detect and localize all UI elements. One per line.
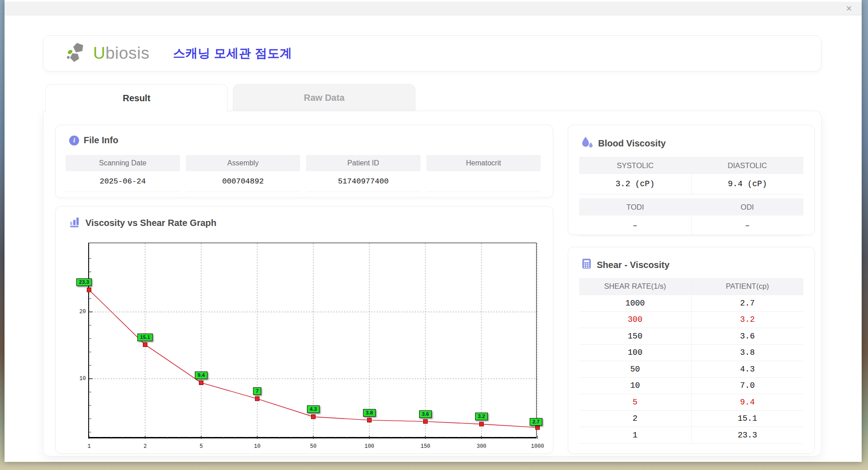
table-row: 10 7.0 [579,378,803,395]
close-button[interactable]: × [843,2,855,15]
shear-rate-cell: 5 [579,394,691,411]
table-row: 150 3.6 [579,328,803,345]
data-point-label: 3.6 [419,410,432,418]
shear-rate-column-header: SHEAR RATE(1/s) [579,278,691,295]
x-axis-tick-label: 10 [254,443,260,450]
ubiosis-leaf-icon [66,42,90,65]
file-info-fields: Scanning Date 2025-06-24 Assembly 000704… [66,155,541,192]
x-axis-tick-label: 150 [420,443,430,450]
shear-rate-cell: 50 [579,361,691,378]
shear-rate-cell: 10 [579,378,691,395]
systolic-value: 3.2 (cP) [579,174,691,194]
x-axis-tick-label: 100 [364,443,374,450]
shear-viscosity-card: Shear - Viscosity SHEAR RATE(1/s) PATIEN… [568,247,815,454]
shear-rate-cell: 2 [579,411,691,428]
shear-viscosity-table: SHEAR RATE(1/s) PATIENT(cp) 1000 2.7 300… [579,278,803,444]
odi-value: – [691,216,804,236]
x-axis-tick-label: 5 [199,443,203,450]
data-point-label: 4.3 [307,405,320,413]
plot-area: 23.315.19.474.33.83.63.22.71251050100150… [88,243,537,438]
table-row: 100 3.8 [579,345,803,362]
data-point-label: 2.7 [530,418,542,426]
patient-cell: 2.7 [691,295,804,312]
odi-label: ODI [691,198,803,216]
shear-rate-cell: 150 [579,328,691,345]
calculator-icon [581,258,592,272]
tab-raw-data[interactable]: Raw Data [233,84,415,111]
table-row: 2 15.1 [579,411,803,428]
tab-result[interactable]: Result [45,84,228,112]
main-panel: i File Info Scanning Date 2025-06-24 Ass… [43,111,821,456]
file-info-card: i File Info Scanning Date 2025-06-24 Ass… [55,125,553,198]
table-row: 1 23.3 [579,427,803,444]
patient-cell: 15.1 [691,411,804,428]
data-point-label: 3.8 [363,409,376,417]
data-point-label: 23.3 [76,278,92,286]
bar-chart-icon [69,216,81,230]
data-point-label: 15.1 [137,334,153,341]
logo-text: Ubiosis [93,44,150,63]
shear-viscosity-heading: Shear - Viscosity [597,260,670,270]
ubiosis-logo: Ubiosis [66,42,150,65]
table-row: 50 4.3 [579,361,803,378]
shear-rate-cell: 1000 [579,295,691,312]
x-axis-tick-label: 300 [476,443,486,450]
systolic-label: SYSTOLIC [579,157,691,174]
info-icon: i [69,136,79,146]
table-row: 300 3.2 [579,312,803,329]
data-point-label: 9.4 [195,371,208,379]
titlebar: × [5,2,862,15]
shear-rate-cell: 300 [579,312,691,329]
droplet-icon [581,136,594,151]
graph-card: Viscosity vs Shear Rate Graph 23.315.19.… [55,206,553,454]
app-window: × Ubiosis 스캐닝 모세관 점도계 Result Raw Data i … [5,0,862,462]
y-axis-tick-label: 20 [80,309,86,315]
patient-cell: 3.6 [691,328,804,345]
diastolic-value: 9.4 (cP) [691,174,804,194]
table-row: 1000 2.7 [579,295,803,312]
patient-cell: 3.8 [691,345,804,362]
patient-cell: 23.3 [691,427,804,444]
x-axis-tick-label: 1000 [531,443,544,450]
x-axis-tick-label: 2 [143,443,146,450]
page-title: 스캐닝 모세관 점도계 [173,45,292,61]
data-point-label: 3.2 [475,413,488,420]
y-axis-tick-label: 10 [80,376,86,382]
file-info-heading: File Info [84,135,118,146]
patient-cell: 9.4 [691,394,804,411]
patient-cell: 4.3 [691,361,804,378]
field-patient-id: Patient ID 51740977400 [306,155,420,192]
blood-viscosity-heading: Blood Viscosity [598,138,666,149]
table-row: 5 9.4 [579,394,803,411]
shear-rate-cell: 100 [579,345,691,362]
x-axis-tick-label: 1 [87,443,90,450]
patient-cell: 3.2 [691,312,804,329]
patient-column-header: PATIENT(cp) [691,278,804,295]
x-axis-tick-label: 50 [310,443,316,450]
field-scanning-date: Scanning Date 2025-06-24 [66,155,180,192]
blood-viscosity-table: SYSTOLIC DIASTOLIC 3.2 (cP) 9.4 (cP) TOD… [579,157,803,236]
field-hematocrit: Hematocrit [426,155,541,192]
todi-value: – [579,216,691,236]
todi-label: TODI [579,198,691,216]
header-card: Ubiosis 스캐닝 모세관 점도계 [43,35,821,71]
diastolic-label: DIASTOLIC [691,157,803,174]
data-point-label: 7 [253,387,261,395]
field-assembly: Assembly 000704892 [186,155,300,192]
blood-viscosity-card: Blood Viscosity SYSTOLIC DIASTOLIC 3.2 (… [568,125,815,235]
graph-heading: Viscosity vs Shear Rate Graph [85,218,217,228]
shear-rate-cell: 1 [579,427,691,444]
patient-cell: 7.0 [691,378,804,395]
